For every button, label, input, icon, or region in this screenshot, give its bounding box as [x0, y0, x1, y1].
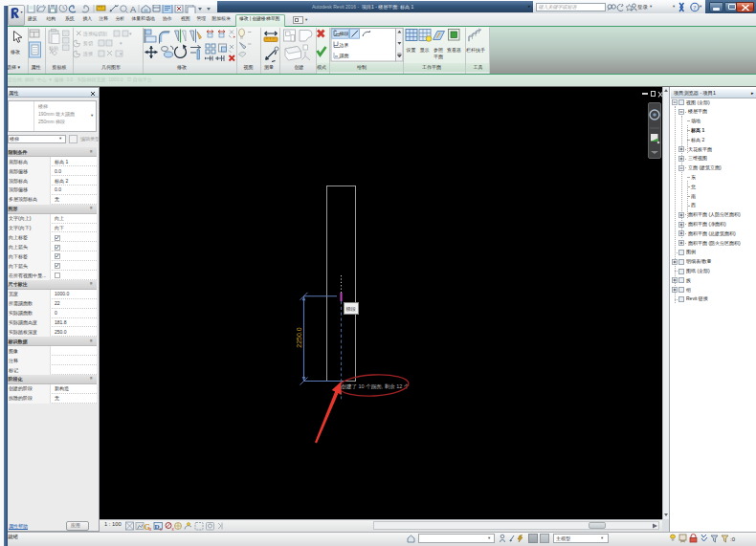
- svg-text:x: x: [149, 526, 152, 531]
- svg-text:?: ?: [693, 4, 696, 11]
- svg-text:A: A: [130, 4, 136, 13]
- svg-text:D: D: [155, 523, 160, 531]
- svg-text:梯段: 梯段: [345, 306, 356, 312]
- svg-text:创建了 10 个踢面, 剩余 12 个: 创建了 10 个踢面, 剩余 12 个: [342, 383, 410, 390]
- svg-text::0: :0: [730, 536, 736, 542]
- svg-text:x: x: [172, 526, 175, 531]
- svg-text:2250.0: 2250.0: [296, 327, 302, 348]
